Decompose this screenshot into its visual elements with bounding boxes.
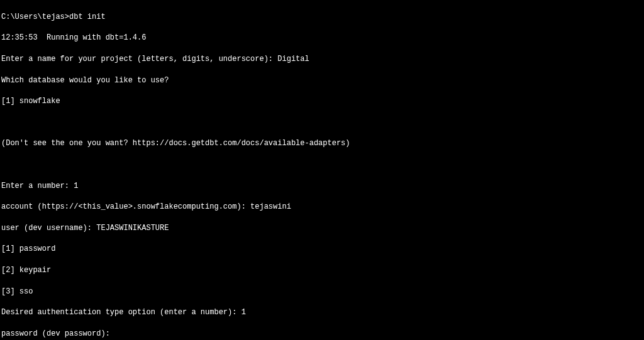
terminal-line: [1] snowflake [1, 96, 644, 107]
terminal-line: [3] sso [1, 287, 644, 297]
terminal-line: (Don't see the one you want? https://doc… [1, 138, 644, 149]
terminal-line: Enter a number: 1 [1, 181, 644, 192]
terminal-line: password (dev password): [1, 329, 644, 339]
terminal-line: Which database would you like to use? [1, 75, 644, 86]
terminal-line: user (dev username): TEJASWINIKASTURE [1, 223, 644, 234]
terminal-line: account (https://<this_value>.snowflakec… [1, 202, 644, 212]
terminal-line: Desired authentication type option (ente… [1, 307, 644, 318]
terminal-line: [2] keypair [1, 265, 644, 276]
terminal-line: [1] password [1, 244, 644, 255]
terminal-output[interactable]: C:\Users\tejas>dbt init 12:35:53 Running… [0, 0, 644, 340]
terminal-line: 12:35:53 Running with dbt=1.4.6 [1, 33, 644, 43]
terminal-line [1, 118, 644, 128]
terminal-line: C:\Users\tejas>dbt init [1, 12, 644, 23]
terminal-line [1, 160, 644, 170]
terminal-line: Enter a name for your project (letters, … [1, 54, 644, 65]
